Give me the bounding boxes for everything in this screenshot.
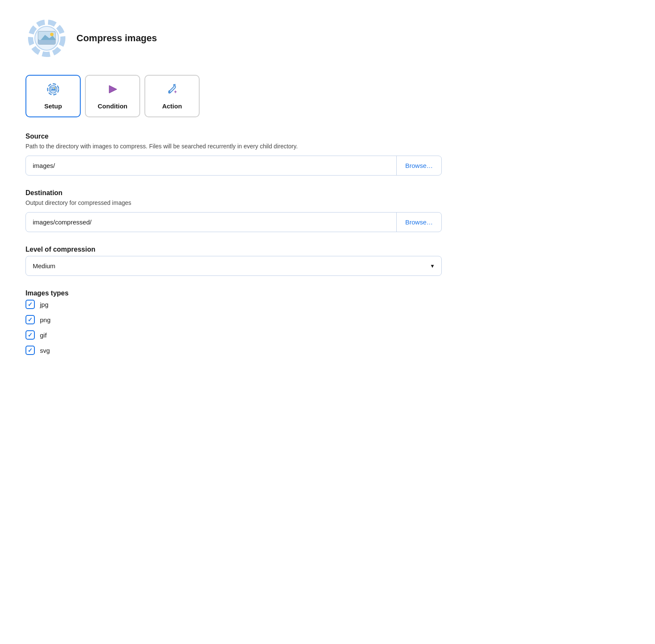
- checkbox-jpg[interactable]: jpg: [25, 300, 442, 309]
- checkbox-gif[interactable]: gif: [25, 330, 442, 340]
- checkbox-png[interactable]: png: [25, 315, 442, 324]
- tab-condition[interactable]: Condition: [85, 75, 140, 117]
- source-title: Source: [25, 133, 442, 140]
- setup-tab-icon: [46, 82, 60, 99]
- svg-point-11: [54, 88, 55, 89]
- image-types-checkboxes: jpg png gif svg: [25, 300, 442, 355]
- svg-rect-6: [38, 40, 55, 44]
- checkbox-jpg-box: [25, 300, 35, 309]
- source-input-group: Browse…: [25, 156, 442, 176]
- app-icon: [25, 17, 68, 60]
- header: Compress images: [25, 17, 442, 60]
- tab-action[interactable]: Action: [144, 75, 200, 117]
- tab-setup[interactable]: Setup: [25, 75, 81, 117]
- checkbox-svg-box: [25, 346, 35, 355]
- condition-tab-label: Condition: [98, 102, 127, 110]
- image-types-title: Images types: [25, 289, 442, 297]
- compression-select[interactable]: Low Medium High: [26, 256, 441, 275]
- checkbox-jpg-label: jpg: [40, 301, 48, 308]
- tabs-container: Setup Condition Action: [25, 75, 442, 117]
- svg-marker-12: [109, 85, 117, 93]
- source-section: Source Path to the directory with images…: [25, 133, 442, 176]
- compression-section: Level of compression Low Medium High: [25, 246, 442, 276]
- page-title: Compress images: [76, 33, 157, 44]
- image-types-section: Images types jpg png gif svg: [25, 289, 442, 355]
- compression-select-wrapper: Low Medium High: [25, 256, 442, 276]
- source-input[interactable]: [26, 156, 396, 175]
- source-browse-button[interactable]: Browse…: [396, 156, 441, 175]
- condition-tab-icon: [106, 82, 119, 99]
- checkbox-svg-label: svg: [40, 347, 50, 354]
- destination-title: Destination: [25, 189, 442, 197]
- action-tab-icon: [165, 82, 179, 99]
- action-tab-label: Action: [162, 102, 182, 110]
- destination-browse-button[interactable]: Browse…: [396, 213, 441, 232]
- source-description: Path to the directory with images to com…: [25, 143, 442, 150]
- checkbox-png-box: [25, 315, 35, 324]
- setup-tab-label: Setup: [44, 102, 62, 110]
- compression-select-container: Low Medium High: [25, 256, 442, 276]
- compression-title: Level of compression: [25, 246, 442, 253]
- svg-point-13: [169, 91, 170, 93]
- svg-point-5: [50, 33, 54, 36]
- checkbox-svg[interactable]: svg: [25, 346, 442, 355]
- checkbox-gif-box: [25, 330, 35, 340]
- destination-input-group: Browse…: [25, 212, 442, 232]
- destination-description: Output directory for compressed images: [25, 199, 442, 206]
- checkbox-png-label: png: [40, 316, 51, 323]
- destination-input[interactable]: [26, 213, 396, 232]
- checkbox-gif-label: gif: [40, 332, 47, 339]
- destination-section: Destination Output directory for compres…: [25, 189, 442, 232]
